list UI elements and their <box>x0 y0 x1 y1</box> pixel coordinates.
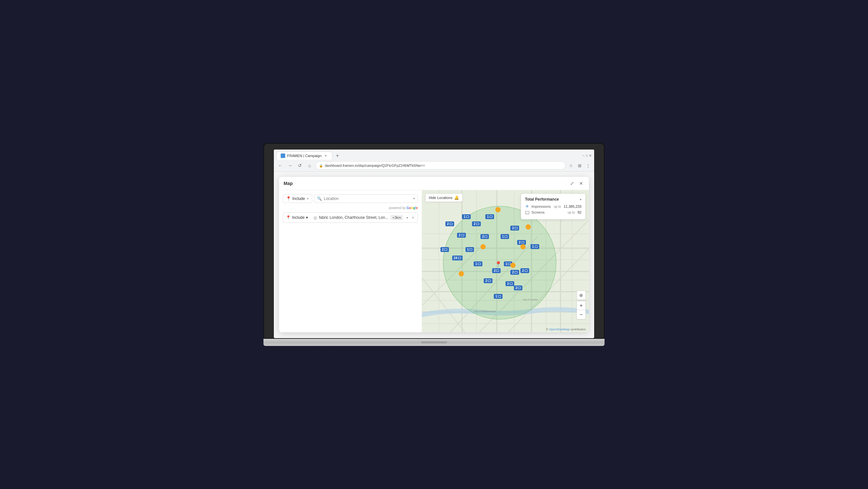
marker-count: 2 <box>512 226 514 230</box>
marker-21[interactable]: 1 <box>494 294 502 299</box>
marker-7[interactable]: 2 <box>480 234 489 239</box>
expand-button[interactable]: ⤢ <box>569 180 575 186</box>
screens-upto: up to <box>568 211 575 214</box>
marker-count: 2 <box>485 279 487 283</box>
marker-6[interactable]: 2 <box>457 233 466 238</box>
marker-count: 1 <box>475 262 477 266</box>
bookmark-icon[interactable]: ☆ <box>567 162 575 169</box>
marker-20[interactable]: 2 <box>520 268 529 273</box>
screen-icon <box>525 269 528 272</box>
location-input[interactable] <box>324 196 411 201</box>
location-entry-icon: ◎ <box>313 215 317 220</box>
marker-19[interactable]: 2 <box>505 281 514 286</box>
laptop-notch <box>421 341 447 343</box>
hide-locations-button[interactable]: Hide Locations 🔔 <box>425 194 463 202</box>
marker-count: 2 <box>494 269 496 272</box>
radius-arrow[interactable]: ▾ <box>406 216 408 220</box>
pin-icon: 📍 <box>286 196 291 201</box>
marker-18[interactable]: 2 <box>484 278 493 283</box>
marker-17[interactable]: 2 <box>510 270 519 275</box>
back-button[interactable]: ← <box>276 162 284 169</box>
laptop-base <box>264 339 604 346</box>
reload-button[interactable]: ↺ <box>296 162 304 169</box>
extensions-icon[interactable]: ⊞ <box>576 162 583 169</box>
eye-icon: 👁 <box>525 204 529 209</box>
location-search-row: 📍 Include ▾ 🔍 ▾ <box>283 194 418 203</box>
screen-icon <box>476 223 479 225</box>
include-chevron: ▾ <box>307 197 309 200</box>
dialog-title: Map <box>284 181 293 186</box>
tab-close-button[interactable]: ✕ <box>323 153 328 158</box>
zoom-in-button[interactable]: + <box>577 301 586 310</box>
marker-9[interactable]: 2 <box>517 240 526 245</box>
marker-count: 2 <box>516 286 518 290</box>
dialog-body: 📍 Include ▾ 🔍 ▾ <box>279 190 589 332</box>
marker-13[interactable]: 24 <box>452 256 463 260</box>
marker-16[interactable]: 2 <box>492 268 501 273</box>
marker-count: 1 <box>502 235 504 238</box>
address-bar-row: ← → ↺ ⌂ 🔒 dashboard.framen.io/dsp/campai… <box>274 160 594 171</box>
perf-chevron[interactable]: ▾ <box>580 198 582 201</box>
entry-include-dropdown[interactable]: 📍 Include ▾ <box>286 215 311 220</box>
browser-tab-active[interactable]: FRAMEN | Campaign ✕ <box>276 151 332 160</box>
browser-actions: ☆ ⊞ ⋮ <box>567 162 592 169</box>
perf-header: Total Performance ▾ <box>525 197 582 202</box>
address-bar[interactable]: 🔒 dashboard.framen.io/dsp/campaign/Q2Ftc… <box>315 161 565 170</box>
lock-icon: 🔒 <box>319 164 323 168</box>
marker-1[interactable]: 1 <box>462 214 471 219</box>
marker-11[interactable]: 2 <box>440 247 449 252</box>
remove-location-button[interactable]: ✕ <box>411 215 415 220</box>
include-label: Include <box>292 196 305 201</box>
tab-favicon <box>281 153 285 158</box>
impressions-upto: up to <box>554 205 561 208</box>
marker-2[interactable]: 1 <box>485 214 494 219</box>
screen-icon <box>488 280 491 282</box>
marker-count: 2 <box>474 222 475 226</box>
marker-14[interactable]: 1 <box>474 261 483 266</box>
marker-count: 1 <box>464 215 466 219</box>
marker-5[interactable]: 2 <box>510 226 519 231</box>
close-button[interactable]: ✕ <box>578 180 584 186</box>
screen-icon <box>535 246 538 248</box>
svg-text:📍: 📍 <box>495 261 502 268</box>
openstreetmap-link[interactable]: OpenStreetMap <box>549 328 570 331</box>
marker-3[interactable]: 2 <box>445 222 454 226</box>
marker-count: 1 <box>487 215 489 219</box>
marker-22[interactable]: 2 <box>514 285 523 290</box>
home-button[interactable]: ⌂ <box>306 162 313 169</box>
zoom-out-button[interactable]: − <box>577 310 586 319</box>
locate-button[interactable]: ⊕ <box>577 291 586 300</box>
marker-12[interactable]: 1 <box>466 247 474 252</box>
impressions-row: 👁 Impressions up to 11,385,233 <box>525 204 582 209</box>
screens-label: Screens <box>531 210 566 214</box>
menu-icon[interactable]: ⋮ <box>584 162 592 169</box>
marker-count: 1 <box>495 294 497 298</box>
screen-icon <box>490 215 493 218</box>
map-zoom-controls: ⊕ + − <box>577 291 586 319</box>
hide-locations-label: Hide Locations <box>429 196 453 200</box>
orange-dot-2[interactable] <box>480 244 486 249</box>
screen-icon <box>498 295 501 297</box>
screen-icon <box>469 249 472 251</box>
orange-dot-6[interactable] <box>526 224 531 230</box>
marker-count: 2 <box>522 269 524 272</box>
marker-8[interactable]: 1 <box>501 234 509 239</box>
location-search[interactable]: 🔍 ▾ <box>314 195 418 203</box>
screen-icon <box>504 235 507 238</box>
marker-4[interactable]: 2 <box>472 222 481 226</box>
perf-title: Total Performance <box>525 197 559 202</box>
entry-include-label: Include <box>292 215 305 220</box>
laptop-screen: FRAMEN | Campaign ✕ + −□✕ ← → ↺ ⌂ 🔒 <box>274 149 594 338</box>
forward-button[interactable]: → <box>286 162 294 169</box>
map-background: 📍 City of Westminster City of London Hid… <box>422 190 589 332</box>
screen-icon <box>515 271 518 274</box>
entry-include-chevron: ▾ <box>306 215 308 220</box>
left-panel: 📍 Include ▾ 🔍 ▾ <box>279 190 422 332</box>
new-tab-button[interactable]: + <box>334 152 341 160</box>
include-dropdown[interactable]: 📍 Include ▾ <box>283 194 312 203</box>
screen-bezel: FRAMEN | Campaign ✕ + −□✕ ← → ↺ ⌂ 🔒 <box>264 143 604 339</box>
svg-text:City of Westminster: City of Westminster <box>474 310 496 313</box>
marker-10[interactable]: 1 <box>530 244 539 249</box>
impressions-value: 11,385,233 <box>564 204 582 208</box>
map-panel: 📍 City of Westminster City of London Hid… <box>422 190 589 332</box>
